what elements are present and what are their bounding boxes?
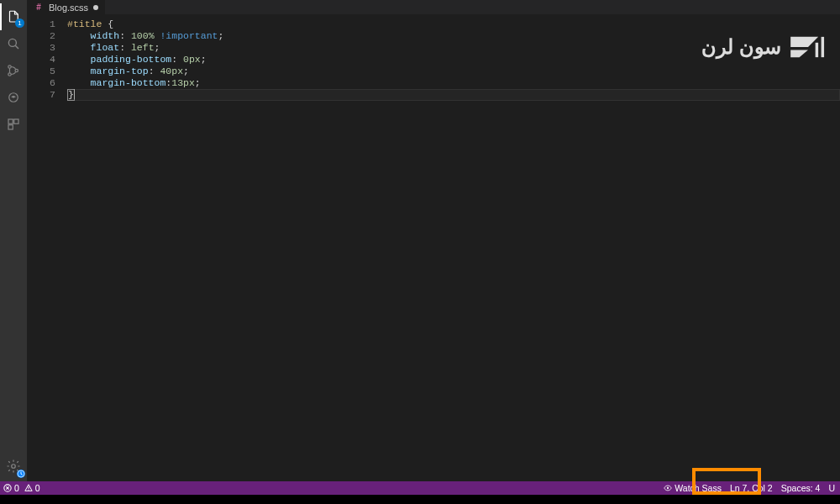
svg-point-1	[8, 66, 11, 68]
vscode-window: 1	[0, 0, 840, 504]
code-line[interactable]: width: 100% !important;	[67, 30, 840, 42]
svg-point-3	[15, 69, 18, 71]
code-line[interactable]: margin-bottom:13px;	[67, 77, 840, 89]
status-spaces[interactable]: Spaces: 4	[781, 483, 821, 493]
status-left: 0 0	[3, 483, 40, 493]
main-area: 1	[0, 0, 840, 481]
code-line[interactable]: #title {	[67, 18, 840, 30]
extensions-icon[interactable]	[0, 111, 27, 138]
svg-rect-16	[28, 490, 29, 491]
debug-icon[interactable]	[0, 84, 27, 111]
eye-icon	[664, 484, 672, 492]
tab-bar: # Blog.scss	[27, 0, 840, 15]
watch-sass-button[interactable]: Watch Sass	[664, 483, 722, 493]
code-content[interactable]: #title { width: 100% !important; float: …	[67, 15, 840, 481]
line-number-gutter: 1234567	[27, 15, 67, 481]
error-icon	[3, 484, 12, 492]
code-line[interactable]: margin-top: 40px;	[67, 66, 840, 77]
status-errors[interactable]: 0	[3, 483, 19, 493]
scss-file-icon: #	[34, 3, 44, 13]
settings-gear-icon[interactable]	[0, 453, 27, 480]
status-bar: 0 0 Watch Sass Ln 7, Col 2 Spaces: 4 U	[0, 481, 840, 495]
status-warnings-count: 0	[35, 483, 40, 493]
svg-point-0	[8, 39, 16, 46]
tab-filename: Blog.scss	[49, 3, 88, 13]
line-number: 5	[27, 66, 55, 77]
svg-rect-5	[8, 119, 13, 123]
svg-point-2	[8, 73, 11, 76]
watch-sass-label: Watch Sass	[675, 483, 722, 493]
code-line[interactable]: }	[67, 89, 840, 101]
line-number: 6	[27, 77, 55, 89]
svg-point-17	[667, 487, 669, 489]
status-ln-col[interactable]: Ln 7, Col 2	[730, 483, 773, 493]
line-number: 3	[27, 42, 55, 54]
explorer-badge: 1	[15, 18, 24, 28]
explorer-icon[interactable]: 1	[0, 3, 27, 30]
line-number: 7	[27, 89, 55, 101]
source-control-icon[interactable]	[0, 57, 27, 84]
svg-rect-15	[28, 486, 29, 489]
status-warnings[interactable]: 0	[24, 483, 40, 493]
search-icon[interactable]	[0, 30, 27, 57]
svg-point-8	[12, 465, 16, 469]
warning-icon	[24, 484, 33, 492]
status-encoding[interactable]: U	[828, 483, 835, 493]
code-line[interactable]: float: left;	[67, 42, 840, 54]
line-number: 2	[27, 30, 55, 42]
line-number: 4	[27, 54, 55, 66]
status-right: Watch Sass Ln 7, Col 2 Spaces: 4 U	[664, 483, 835, 493]
tab-blog-scss[interactable]: # Blog.scss	[27, 0, 106, 14]
line-number: 1	[27, 18, 55, 30]
tab-dirty-indicator-icon	[93, 5, 98, 10]
settings-update-badge-icon	[17, 470, 25, 478]
code-line[interactable]: padding-bottom: 0px;	[67, 54, 840, 66]
svg-rect-7	[8, 125, 13, 129]
bottom-black-strip	[0, 495, 840, 504]
code-editor[interactable]: 1234567 #title { width: 100% !important;…	[27, 15, 840, 481]
activity-bar: 1	[0, 0, 27, 481]
text-cursor	[74, 89, 75, 99]
status-errors-count: 0	[14, 483, 19, 493]
editor-group: # Blog.scss 1234567 #title { width: 100%…	[27, 0, 840, 481]
svg-rect-6	[14, 119, 18, 123]
